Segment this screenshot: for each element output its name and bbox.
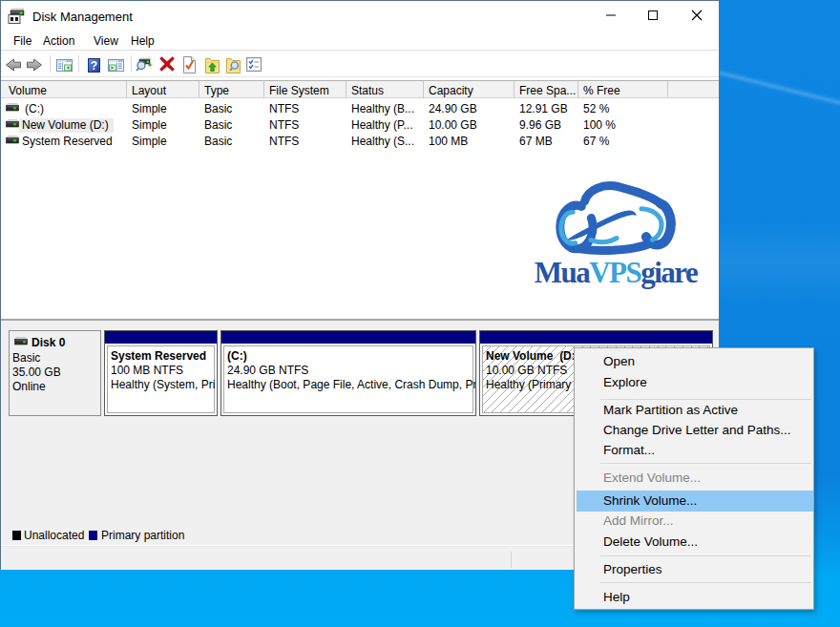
svg-text:?: ? [91,59,97,73]
